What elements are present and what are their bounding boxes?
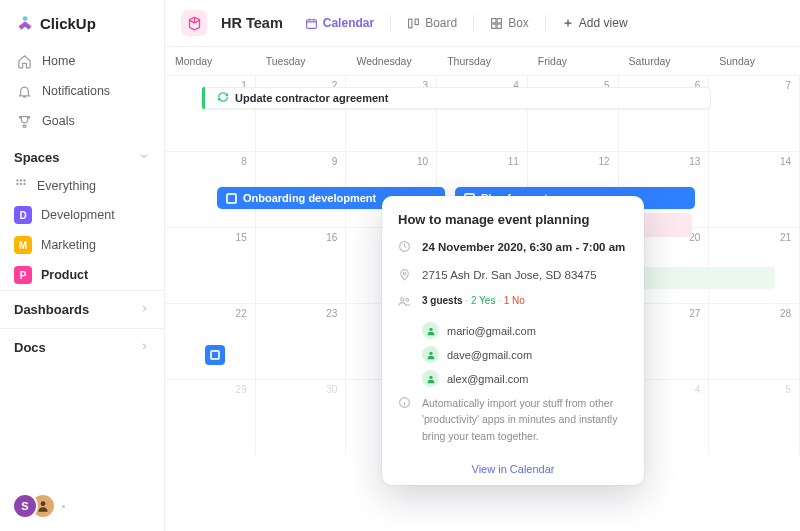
svg-point-20 — [429, 351, 432, 354]
space-badge: M — [14, 236, 32, 254]
calendar-cell[interactable]: 21 — [709, 227, 800, 303]
guest-email: alex@gmail.com — [447, 373, 528, 385]
svg-point-1 — [16, 179, 18, 181]
popover-guest-list: mario@gmail.com dave@gmail.com alex@gmai… — [422, 322, 628, 387]
view-in-calendar-link[interactable]: View in Calendar — [472, 463, 555, 475]
weekday: Monday — [165, 47, 256, 75]
sidebar-item-goals[interactable]: Goals — [6, 106, 158, 136]
svg-rect-12 — [497, 18, 501, 22]
more-icon — [62, 505, 65, 508]
svg-rect-9 — [409, 19, 412, 28]
weekday: Saturday — [619, 47, 710, 75]
sidebar-item-docs[interactable]: Docs — [0, 328, 164, 366]
spaces-header[interactable]: Spaces — [0, 140, 164, 171]
svg-rect-14 — [497, 24, 501, 28]
guest-email: dave@gmail.com — [447, 349, 532, 361]
tab-box[interactable]: Box — [488, 12, 531, 34]
info-icon — [398, 396, 412, 414]
tab-label: Box — [508, 16, 529, 30]
calendar-cell[interactable]: 15 — [165, 227, 256, 303]
svg-point-6 — [23, 183, 25, 185]
svg-point-21 — [429, 375, 432, 378]
sidebar-label: Marketing — [41, 238, 96, 252]
event-label: Onboarding development — [243, 192, 376, 204]
calendar-cell[interactable]: 30 — [256, 379, 347, 455]
guest-item[interactable]: mario@gmail.com — [422, 322, 628, 339]
popover-desc: Automatically import your stuff from oth… — [422, 395, 628, 444]
calendar-cell[interactable]: 23 — [256, 303, 347, 379]
sidebar-item-home[interactable]: Home — [6, 46, 158, 76]
chevron-down-icon — [138, 150, 150, 165]
svg-rect-13 — [492, 24, 496, 28]
calendar-cell[interactable]: 29 — [165, 379, 256, 455]
add-view-button[interactable]: Add view — [560, 12, 630, 34]
weekday: Wednesday — [346, 47, 437, 75]
divider — [473, 15, 474, 31]
svg-point-17 — [401, 298, 404, 301]
event-start-icon[interactable] — [205, 345, 225, 365]
calendar-cell[interactable]: 28 — [709, 303, 800, 379]
space-badge: P — [14, 266, 32, 284]
plus-icon — [562, 17, 574, 29]
sidebar-label: Home — [42, 54, 75, 68]
tab-calendar[interactable]: Calendar — [303, 12, 376, 34]
trophy-icon — [16, 113, 32, 129]
calendar-cell[interactable]: 5 — [709, 379, 800, 455]
sidebar-item-marketing[interactable]: M Marketing — [0, 230, 164, 260]
popover-title: How to manage event planning — [398, 212, 628, 227]
people-icon — [398, 295, 412, 313]
calendar-cell[interactable]: 14 — [709, 151, 800, 227]
recurring-icon — [217, 91, 229, 105]
sidebar-item-everything[interactable]: Everything — [0, 171, 164, 200]
popover-footer: View in Calendar — [398, 453, 628, 475]
svg-point-19 — [429, 327, 432, 330]
guest-item[interactable]: dave@gmail.com — [422, 346, 628, 363]
avatar-icon — [422, 370, 439, 387]
weekday-row: Monday Tuesday Wednesday Thursday Friday… — [165, 47, 800, 75]
weekday: Sunday — [709, 47, 800, 75]
avatar-icon — [422, 322, 439, 339]
sidebar-label: Product — [41, 268, 88, 282]
popover-time: 24 November 2020, 6:30 am - 7:00 am — [422, 239, 625, 256]
avatar[interactable]: S — [12, 493, 38, 519]
sidebar-label: Notifications — [42, 84, 110, 98]
svg-rect-10 — [415, 19, 418, 24]
guest-item[interactable]: alex@gmail.com — [422, 370, 628, 387]
svg-point-4 — [16, 183, 18, 185]
svg-point-5 — [20, 183, 22, 185]
svg-rect-11 — [492, 18, 496, 22]
sidebar-item-dashboards[interactable]: Dashboards — [0, 290, 164, 328]
sidebar-label: Goals — [42, 114, 75, 128]
team-title: HR Team — [221, 15, 283, 31]
calendar-icon — [305, 17, 318, 30]
svg-point-0 — [23, 16, 28, 21]
chevron-right-icon — [139, 302, 150, 317]
tab-label: Calendar — [323, 16, 374, 30]
calendar-cell[interactable]: 16 — [256, 227, 347, 303]
sidebar-item-development[interactable]: D Development — [0, 200, 164, 230]
logo[interactable]: ClickUp — [0, 0, 164, 42]
sidebar-item-product[interactable]: P Product — [0, 260, 164, 290]
popover-desc-row: Automatically import your stuff from oth… — [398, 395, 628, 444]
tab-board[interactable]: Board — [405, 12, 459, 34]
sidebar-item-notifications[interactable]: Notifications — [6, 76, 158, 106]
sidebar-label: Everything — [37, 179, 96, 193]
box-icon — [490, 17, 503, 30]
sidebar-label: Dashboards — [14, 302, 89, 317]
calendar-cell[interactable]: 22 — [165, 303, 256, 379]
event-contractor[interactable]: Update contractor agreement — [201, 87, 711, 109]
divider — [545, 15, 546, 31]
main: HR Team Calendar Board Box Add view Mond… — [165, 0, 800, 531]
event-label: Update contractor agreement — [235, 92, 388, 104]
topbar: HR Team Calendar Board Box Add view — [165, 0, 800, 47]
clock-icon — [398, 240, 412, 258]
popover-location: 2715 Ash Dr. San Jose, SD 83475 — [422, 267, 597, 284]
avatar-icon — [422, 346, 439, 363]
chevron-right-icon — [139, 340, 150, 355]
popover-guests: 3 guests · 2 Yes · 1 No — [422, 294, 525, 309]
calendar-cell[interactable]: 7 — [709, 75, 800, 151]
sidebar-label: Development — [41, 208, 115, 222]
event-popover: How to manage event planning 24 November… — [382, 196, 644, 485]
weekday: Tuesday — [256, 47, 347, 75]
user-avatars[interactable]: S — [0, 481, 164, 531]
